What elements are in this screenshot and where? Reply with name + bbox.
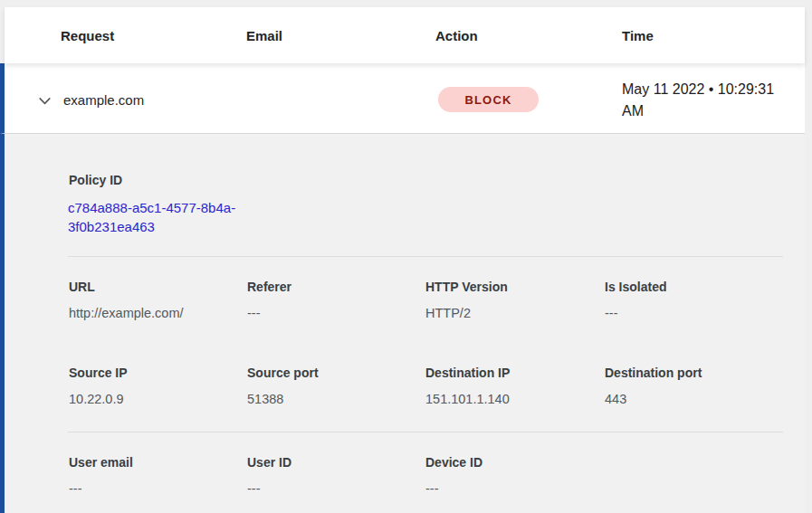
action-badge-label: BLOCK: [464, 94, 511, 106]
gateway-log-page: Request Email Action Time example.com BL…: [0, 0, 812, 513]
column-header-request: Request: [61, 29, 114, 43]
detail-field-label: HTTP Version: [425, 280, 597, 294]
detail-field-label: Destination IP: [425, 366, 597, 380]
detail-field-value: ---: [247, 482, 419, 496]
row-request-value: example.com: [63, 93, 144, 108]
policy-id-link[interactable]: c784a888-a5c1-4577-8b4a-3f0b231ea463: [68, 198, 247, 236]
column-header-action: Action: [435, 29, 478, 43]
detail-field-value: 51388: [247, 393, 419, 406]
detail-field-value: ---: [605, 307, 777, 320]
detail-field-user-id: User ID ---: [247, 456, 419, 496]
column-header-time: Time: [622, 29, 654, 43]
detail-field-http-version: HTTP Version HTTP/2: [425, 280, 597, 320]
detail-field-label: Destination port: [605, 366, 777, 380]
detail-field-value: 10.22.0.9: [69, 393, 241, 406]
detail-field-user-email: User email ---: [69, 456, 241, 496]
detail-field-destination-ip: Destination IP 151.101.1.140: [425, 366, 597, 406]
detail-field-device-id: Device ID ---: [425, 456, 597, 496]
row-details-panel: Policy ID c784a888-a5c1-4577-8b4a-3f0b23…: [0, 134, 805, 513]
detail-field-referer: Referer ---: [247, 280, 419, 320]
policy-id-label: Policy ID: [69, 174, 122, 187]
divider: [68, 256, 783, 257]
detail-field-is-isolated: Is Isolated ---: [605, 280, 777, 320]
table-row[interactable]: example.com BLOCK May 11 2022 • 10:29:31…: [0, 63, 805, 134]
detail-field-label: User ID: [247, 456, 419, 470]
detail-field-destination-port: Destination port 443: [605, 366, 777, 406]
detail-field-value: ---: [425, 482, 597, 496]
detail-field-label: URL: [69, 280, 241, 294]
detail-field-value: 443: [605, 393, 777, 406]
detail-field-label: Is Isolated: [605, 280, 777, 294]
detail-field-label: Source IP: [69, 366, 241, 380]
divider: [68, 432, 783, 432]
row-time-value: May 11 2022 • 10:29:31 AM: [622, 79, 794, 122]
detail-field-source-ip: Source IP 10.22.0.9: [69, 366, 241, 406]
table-header: Request Email Action Time: [5, 7, 805, 63]
detail-field-label: User email: [69, 456, 241, 470]
detail-field-label: Device ID: [425, 456, 597, 470]
column-header-email: Email: [246, 29, 282, 43]
detail-field-value: HTTP/2: [425, 307, 597, 320]
detail-field-value: 151.101.1.140: [425, 393, 597, 406]
detail-field-value: ---: [247, 307, 419, 320]
detail-field-value: http://example.com/: [69, 307, 241, 320]
action-badge: BLOCK: [438, 87, 539, 112]
collapse-row-button[interactable]: [35, 91, 53, 109]
chevron-down-icon: [37, 93, 53, 109]
detail-field-value: ---: [69, 482, 241, 496]
detail-field-url: URL http://example.com/: [69, 280, 241, 320]
detail-field-label: Referer: [247, 280, 419, 294]
detail-field-label: Source port: [247, 366, 419, 380]
detail-field-source-port: Source port 51388: [247, 366, 419, 406]
